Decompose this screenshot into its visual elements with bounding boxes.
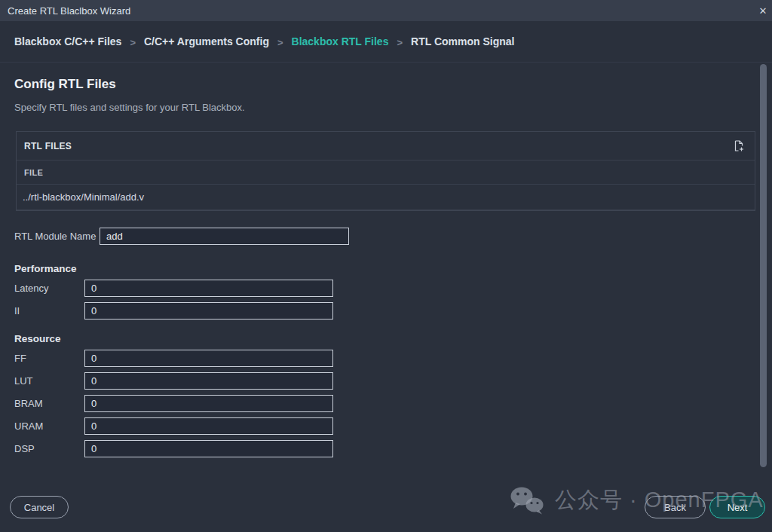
resource-section: Resource FF LUT BRAM URAM DSP — [14, 333, 772, 457]
vertical-scrollbar-thumb[interactable] — [760, 64, 767, 467]
chevron-right-icon: > — [130, 37, 136, 48]
title-bar: Create RTL Blaclbox Wizard ✕ — [0, 0, 772, 21]
performance-title: Performance — [14, 263, 772, 274]
ii-label: II — [14, 305, 84, 316]
uram-input[interactable] — [84, 417, 333, 435]
bram-label: BRAM — [14, 398, 84, 409]
close-icon[interactable]: ✕ — [754, 0, 772, 21]
breadcrumb-item-blackbox-cc-files[interactable]: Blackbox C/C++ Files — [14, 35, 121, 47]
breadcrumb-item-blackbox-rtl-files[interactable]: Blackbox RTL Files — [292, 35, 389, 47]
latency-row: Latency — [14, 280, 772, 297]
breadcrumb-item-cc-arguments-config[interactable]: C/C++ Arguments Config — [144, 35, 269, 47]
cancel-button[interactable]: Cancel — [10, 496, 69, 518]
lut-row: LUT — [14, 372, 772, 390]
wizard-footer: Cancel Back Next — [0, 482, 772, 532]
bram-row: BRAM — [14, 395, 772, 412]
next-button[interactable]: Next — [709, 496, 765, 518]
wizard-content: Config RTL Files Specify RTL files and s… — [0, 63, 772, 482]
ff-input[interactable] — [84, 350, 333, 367]
table-row-rtl-file[interactable]: ../rtl-blackbox/Minimal/add.v — [17, 185, 755, 210]
add-file-button[interactable] — [731, 139, 745, 153]
breadcrumb: Blackbox C/C++ Files > C/C++ Arguments C… — [0, 21, 772, 63]
latency-label: Latency — [14, 283, 84, 294]
breadcrumb-item-rtl-common-signal[interactable]: RTL Common Signal — [411, 35, 514, 47]
module-name-row: RTL Module Name — [14, 228, 772, 245]
rtl-files-title: RTL FILES — [24, 141, 72, 151]
uram-label: URAM — [14, 420, 84, 432]
rtl-module-name-label: RTL Module Name — [14, 231, 100, 242]
dsp-input[interactable] — [84, 440, 333, 457]
back-button[interactable]: Back — [645, 496, 706, 518]
page-subtitle: Specify RTL files and settings for your … — [14, 102, 772, 113]
file-plus-icon — [732, 139, 745, 152]
dsp-row: DSP — [14, 440, 772, 457]
resource-title: Resource — [14, 333, 772, 344]
page-title: Config RTL Files — [14, 77, 772, 92]
performance-section: Performance Latency II — [14, 263, 772, 320]
rtl-files-panel: RTL FILES FILE ../rtl-blackbox/Minimal/a… — [16, 131, 755, 211]
lut-input[interactable] — [84, 372, 333, 390]
rtl-module-name-input[interactable] — [100, 228, 349, 245]
chevron-right-icon: > — [397, 37, 403, 48]
rtl-files-panel-header: RTL FILES — [17, 132, 755, 160]
wizard-dialog: Create RTL Blaclbox Wizard ✕ Blackbox C/… — [0, 0, 772, 532]
ii-input[interactable] — [84, 302, 333, 320]
uram-row: URAM — [14, 417, 772, 435]
file-column-header: FILE — [17, 160, 755, 185]
window-title: Create RTL Blaclbox Wizard — [8, 5, 130, 17]
dsp-label: DSP — [14, 443, 84, 454]
chevron-right-icon: > — [277, 37, 283, 48]
lut-label: LUT — [14, 375, 84, 387]
ff-row: FF — [14, 350, 772, 367]
latency-input[interactable] — [84, 280, 333, 297]
ff-label: FF — [14, 353, 84, 364]
bram-input[interactable] — [84, 395, 333, 412]
ii-row: II — [14, 302, 772, 320]
